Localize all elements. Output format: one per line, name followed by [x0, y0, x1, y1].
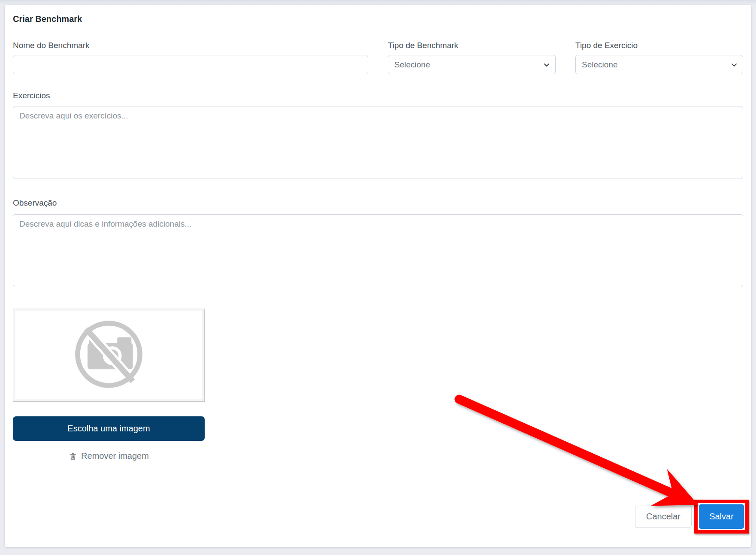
image-placeholder: [13, 309, 205, 402]
trash-icon: [69, 452, 77, 461]
image-upload-section: Escolha uma imagem Remover imagem: [13, 309, 205, 463]
no-camera-icon: [73, 319, 144, 391]
page: Criar Benchmark Nome do Benchmark Tipo d…: [0, 0, 756, 555]
remove-image-label: Remover imagem: [81, 451, 149, 461]
exercise-type-group: Tipo de Exercicio Selecione: [575, 40, 743, 74]
exercise-type-label: Tipo de Exercicio: [575, 40, 743, 51]
cancel-button[interactable]: Cancelar: [635, 506, 692, 528]
observation-label: Observação: [13, 198, 743, 208]
exercises-textarea[interactable]: [13, 106, 743, 179]
benchmark-type-label: Tipo de Benchmark: [388, 40, 556, 51]
save-button[interactable]: Salvar: [699, 504, 744, 529]
exercise-type-select[interactable]: Selecione: [575, 55, 743, 74]
name-field-group: Nome do Benchmark: [13, 40, 368, 74]
choose-image-button[interactable]: Escolha uma imagem: [13, 416, 205, 441]
create-benchmark-card: Criar Benchmark Nome do Benchmark Tipo d…: [5, 5, 751, 547]
save-highlight-box: Salvar: [694, 500, 749, 534]
remove-image-button[interactable]: Remover imagem: [13, 449, 205, 463]
exercises-label: Exercicios: [13, 91, 743, 101]
benchmark-type-select[interactable]: Selecione: [388, 55, 556, 74]
fields-row: Nome do Benchmark Tipo de Benchmark Sele…: [13, 40, 743, 74]
name-input[interactable]: [13, 55, 368, 74]
benchmark-type-group: Tipo de Benchmark Selecione: [388, 40, 556, 74]
page-title: Criar Benchmark: [13, 14, 743, 24]
observation-textarea[interactable]: [13, 214, 743, 287]
name-label: Nome do Benchmark: [13, 40, 368, 51]
form-actions: Cancelar Salvar: [635, 500, 749, 534]
